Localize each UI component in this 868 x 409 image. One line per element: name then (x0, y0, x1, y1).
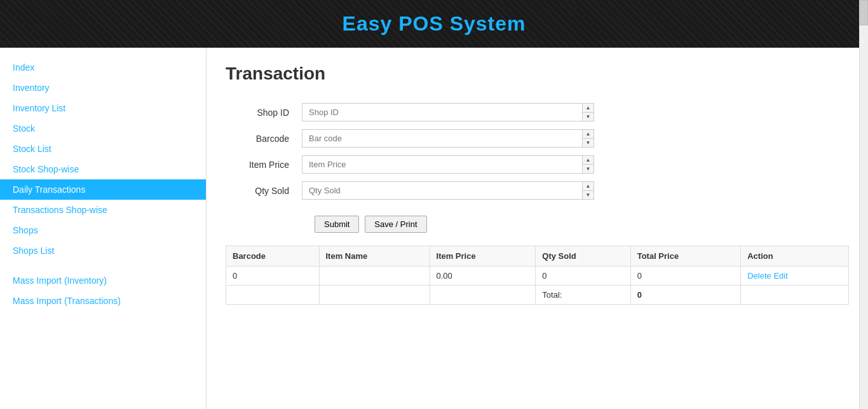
sidebar-item-transactions-shop-wise[interactable]: Transactions Shop-wise (0, 200, 206, 220)
transactions-table: Barcode Item Name Item Price Qty Sold To… (226, 246, 849, 305)
app-header: Easy POS System (0, 0, 868, 48)
sidebar-item-shops[interactable]: Shops (0, 220, 206, 240)
qty-sold-input[interactable] (302, 182, 582, 199)
delete-link[interactable]: Delete (747, 271, 771, 281)
table-header-row: Barcode Item Name Item Price Qty Sold To… (226, 246, 849, 267)
qty-sold-down-btn[interactable]: ▼ (583, 191, 593, 199)
shop-id-down-btn[interactable]: ▼ (583, 113, 593, 121)
col-item-name: Item Name (319, 246, 430, 267)
main-content: Transaction Shop ID ▲ ▼ Barcode (207, 48, 868, 409)
col-action: Action (741, 246, 849, 267)
sidebar-item-daily-transactions[interactable]: Daily Transactions (0, 179, 206, 200)
form-actions: Submit Save / Print (315, 216, 849, 233)
cell-total-value: 0 (630, 286, 741, 305)
barcode-input[interactable] (302, 130, 582, 147)
transaction-form: Shop ID ▲ ▼ Barcode ▲ ▼ (226, 103, 849, 200)
sidebar: Index Inventory Inventory List Stock Sto… (0, 48, 207, 409)
item-price-input-wrap: ▲ ▼ (302, 155, 594, 174)
barcode-spinner: ▲ ▼ (582, 130, 593, 147)
col-item-price: Item Price (430, 246, 536, 267)
qty-sold-input-wrap: ▲ ▼ (302, 181, 594, 200)
app-title: Easy POS System (342, 12, 526, 36)
table-header: Barcode Item Name Item Price Qty Sold To… (226, 246, 849, 267)
sidebar-item-inventory[interactable]: Inventory (0, 78, 206, 98)
sidebar-item-shops-list[interactable]: Shops List (0, 240, 206, 261)
qty-sold-label: Qty Sold (226, 186, 302, 196)
shop-id-label: Shop ID (226, 107, 302, 118)
shop-id-row: Shop ID ▲ ▼ (226, 103, 849, 121)
sidebar-item-stock[interactable]: Stock (0, 118, 206, 139)
shop-id-input[interactable] (302, 104, 582, 121)
cell-total-price: 0 (630, 267, 741, 286)
cell-action: Delete Edit (741, 267, 849, 286)
scrollbar-thumb[interactable] (860, 0, 868, 25)
cell-total-label: Total: (536, 286, 630, 305)
sidebar-item-stock-shop-wise[interactable]: Stock Shop-wise (0, 159, 206, 179)
qty-sold-up-btn[interactable]: ▲ (583, 182, 593, 191)
shop-id-up-btn[interactable]: ▲ (583, 104, 593, 113)
barcode-label: Barcode (226, 134, 302, 144)
item-price-spinner: ▲ ▼ (582, 156, 593, 173)
shop-id-input-wrap: ▲ ▼ (302, 103, 594, 121)
sidebar-item-inventory-list[interactable]: Inventory List (0, 98, 206, 118)
qty-sold-spinner: ▲ ▼ (582, 182, 593, 199)
sidebar-item-index[interactable]: Index (0, 57, 206, 78)
scrollbar-track (859, 0, 868, 409)
barcode-row: Barcode ▲ ▼ (226, 129, 849, 148)
cell-barcode: 0 (226, 267, 320, 286)
cell-item-name (319, 267, 430, 286)
item-price-up-btn[interactable]: ▲ (583, 156, 593, 165)
page-title: Transaction (226, 64, 849, 84)
submit-button[interactable]: Submit (315, 216, 359, 233)
barcode-input-wrap: ▲ ▼ (302, 129, 594, 148)
cell-empty-4 (741, 286, 849, 305)
sidebar-item-stock-list[interactable]: Stock List (0, 139, 206, 159)
item-price-row: Item Price ▲ ▼ (226, 155, 849, 174)
shop-id-spinner: ▲ ▼ (582, 104, 593, 121)
barcode-down-btn[interactable]: ▼ (583, 139, 593, 147)
item-price-down-btn[interactable]: ▼ (583, 165, 593, 173)
sidebar-divider (0, 261, 206, 270)
barcode-up-btn[interactable]: ▲ (583, 130, 593, 139)
col-barcode: Barcode (226, 246, 320, 267)
qty-sold-row: Qty Sold ▲ ▼ (226, 181, 849, 200)
sidebar-item-mass-import-inventory[interactable]: Mass Import (Inventory) (0, 270, 206, 291)
table-total-row: Total: 0 (226, 286, 849, 305)
table-row: 0 0.00 0 0 Delete Edit (226, 267, 849, 286)
col-qty-sold: Qty Sold (536, 246, 630, 267)
item-price-input[interactable] (302, 156, 582, 173)
main-layout: Index Inventory Inventory List Stock Sto… (0, 48, 868, 409)
cell-empty-3 (430, 286, 536, 305)
cell-qty-sold: 0 (536, 267, 630, 286)
sidebar-item-mass-import-transactions[interactable]: Mass Import (Transactions) (0, 291, 206, 311)
cell-item-price: 0.00 (430, 267, 536, 286)
save-print-button[interactable]: Save / Print (365, 216, 426, 233)
edit-link[interactable]: Edit (773, 271, 787, 281)
cell-empty-2 (319, 286, 430, 305)
cell-empty-1 (226, 286, 320, 305)
table-body: 0 0.00 0 0 Delete Edit Total: (226, 267, 849, 305)
col-total-price: Total Price (630, 246, 741, 267)
item-price-label: Item Price (226, 160, 302, 170)
